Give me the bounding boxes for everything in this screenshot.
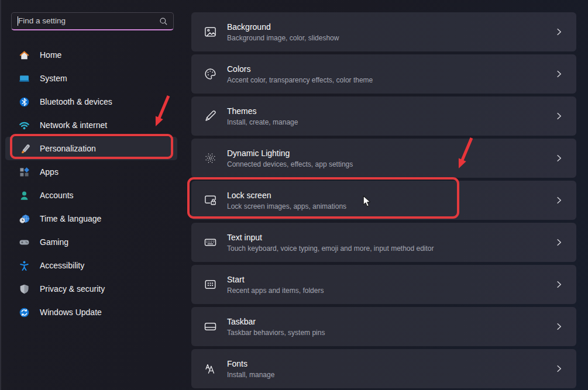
row-text: Colors Accent color, transparency effect… <box>227 64 373 84</box>
chevron-right-icon <box>555 196 563 205</box>
sidebar-item-label: Apps <box>40 167 59 177</box>
row-text: Dynamic Lighting Connected devices, effe… <box>227 149 353 168</box>
sidebar: Home System Bluetooth & devices Network … <box>0 0 183 390</box>
sidebar-item-bluetooth-devices[interactable]: Bluetooth & devices <box>5 90 177 113</box>
search-icon[interactable] <box>159 17 168 26</box>
network-icon <box>19 120 30 131</box>
settings-row-start[interactable]: Start Recent apps and items, folders <box>191 265 576 304</box>
sidebar-item-label: Windows Update <box>40 308 102 317</box>
sidebar-item-label: Personalization <box>40 144 96 153</box>
row-subtitle: Background image, color, slideshow <box>227 34 339 42</box>
settings-row-colors[interactable]: Colors Accent color, transparency effect… <box>191 54 576 94</box>
settings-list: Background Background image, color, slid… <box>191 12 576 388</box>
search-box[interactable] <box>11 12 174 30</box>
row-subtitle: Connected devices, effects, app settings <box>227 160 353 168</box>
sidebar-item-gaming[interactable]: Gaming <box>5 230 177 254</box>
row-subtitle: Lock screen images, apps, animations <box>227 202 346 210</box>
chevron-right-icon <box>555 280 563 289</box>
search-input[interactable] <box>12 13 159 29</box>
row-subtitle: Install, create, manage <box>227 118 298 126</box>
sidebar-item-time-language[interactable]: Time & language <box>5 207 177 230</box>
settings-row-fonts[interactable]: Fonts Install, manage <box>191 349 576 388</box>
settings-row-themes[interactable]: Themes Install, create, manage <box>191 96 576 136</box>
time-language-icon <box>19 213 30 225</box>
start-icon <box>203 278 217 292</box>
row-text: Lock screen Lock screen images, apps, an… <box>227 191 346 210</box>
settings-row-background[interactable]: Background Background image, color, slid… <box>191 12 576 51</box>
row-title: Taskbar <box>227 317 325 326</box>
row-subtitle: Taskbar behaviors, system pins <box>227 329 325 337</box>
dynamic-lighting-icon <box>203 151 217 165</box>
text-input-icon <box>203 236 217 250</box>
row-subtitle: Accent color, transparency effects, colo… <box>227 76 373 84</box>
sidebar-item-accounts[interactable]: Accounts <box>5 184 177 207</box>
accounts-icon <box>19 190 30 201</box>
settings-row-dynamic-lighting[interactable]: Dynamic Lighting Connected devices, effe… <box>191 139 576 178</box>
sidebar-item-label: System <box>40 74 67 83</box>
row-title: Lock screen <box>227 191 346 200</box>
sidebar-item-home[interactable]: Home <box>5 43 177 67</box>
gaming-icon <box>19 237 30 248</box>
row-subtitle: Recent apps and items, folders <box>227 287 324 295</box>
windows-update-icon <box>19 307 30 318</box>
sidebar-nav: Home System Bluetooth & devices Network … <box>5 43 177 324</box>
chevron-right-icon <box>555 322 563 331</box>
bluetooth-icon <box>19 96 30 108</box>
chevron-right-icon <box>555 238 563 247</box>
sidebar-item-label: Accessibility <box>40 261 84 270</box>
row-title: Start <box>227 275 324 284</box>
sidebar-item-accessibility[interactable]: Accessibility <box>5 254 177 277</box>
sidebar-item-label: Bluetooth & devices <box>40 97 112 106</box>
row-title: Themes <box>227 106 298 116</box>
chevron-right-icon <box>555 70 563 78</box>
settings-row-text-input[interactable]: Text input Touch keyboard, voice typing,… <box>191 223 576 262</box>
chevron-right-icon <box>555 364 563 373</box>
colors-icon <box>203 67 217 81</box>
fonts-icon <box>203 362 217 376</box>
sidebar-item-label: Gaming <box>40 237 68 247</box>
row-text: Start Recent apps and items, folders <box>227 275 324 295</box>
themes-icon <box>203 109 217 123</box>
privacy-security-icon <box>19 284 30 295</box>
text-caret <box>18 16 18 26</box>
personalization-icon <box>19 143 30 154</box>
sidebar-item-system[interactable]: System <box>5 67 177 90</box>
sidebar-item-label: Home <box>40 50 61 60</box>
chevron-right-icon <box>555 154 563 163</box>
sidebar-item-label: Accounts <box>40 191 74 200</box>
chevron-right-icon <box>555 27 563 36</box>
sidebar-item-label: Privacy & security <box>40 284 105 294</box>
sidebar-item-label: Network & internet <box>40 120 107 130</box>
apps-icon <box>19 167 30 178</box>
row-text: Taskbar Taskbar behaviors, system pins <box>227 317 325 337</box>
row-text: Fonts Install, manage <box>227 359 274 379</box>
row-text: Text input Touch keyboard, voice typing,… <box>227 233 434 253</box>
sidebar-item-personalization[interactable]: Personalization <box>5 137 177 160</box>
row-title: Dynamic Lighting <box>227 149 353 158</box>
home-icon <box>19 50 30 61</box>
settings-row-lock-screen[interactable]: Lock screen Lock screen images, apps, an… <box>191 181 576 220</box>
accessibility-icon <box>19 260 30 271</box>
row-title: Text input <box>227 233 434 242</box>
row-title: Fonts <box>227 359 274 368</box>
row-title: Colors <box>227 64 373 74</box>
row-subtitle: Touch keyboard, voice typing, emoji and … <box>227 244 434 253</box>
row-text: Background Background image, color, slid… <box>227 22 339 42</box>
sidebar-item-windows-update[interactable]: Windows Update <box>5 301 177 324</box>
row-text: Themes Install, create, manage <box>227 106 298 126</box>
chevron-right-icon <box>555 112 563 120</box>
sidebar-item-apps[interactable]: Apps <box>5 160 177 184</box>
sidebar-item-network-internet[interactable]: Network & internet <box>5 113 177 137</box>
background-icon <box>203 25 217 39</box>
settings-row-taskbar[interactable]: Taskbar Taskbar behaviors, system pins <box>191 307 576 346</box>
row-subtitle: Install, manage <box>227 371 274 379</box>
system-icon <box>19 73 30 84</box>
lock-screen-icon <box>203 194 217 208</box>
sidebar-item-privacy-security[interactable]: Privacy & security <box>5 277 177 301</box>
row-title: Background <box>227 22 339 32</box>
taskbar-icon <box>203 320 217 334</box>
sidebar-item-label: Time & language <box>40 214 101 223</box>
